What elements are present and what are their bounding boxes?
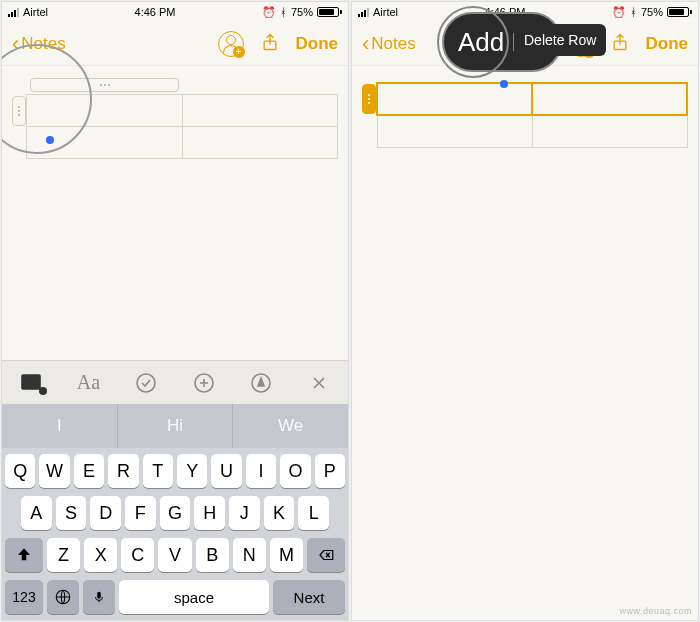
done-button[interactable]: Done bbox=[296, 34, 339, 54]
screenshot-right: Airtel 4:46 PM ⏰ ᚼ 75% ‹ Notes + Done bbox=[351, 1, 699, 621]
close-format-button[interactable] bbox=[299, 363, 339, 403]
key-h[interactable]: H bbox=[194, 496, 225, 530]
back-label: Notes bbox=[371, 34, 415, 54]
key-b[interactable]: B bbox=[196, 538, 229, 572]
format-toolbar: Aa bbox=[2, 360, 348, 404]
key-w[interactable]: W bbox=[39, 454, 69, 488]
key-u[interactable]: U bbox=[211, 454, 241, 488]
text-format-button[interactable]: Aa bbox=[68, 363, 108, 403]
predictive-suggestion[interactable]: Hi bbox=[118, 404, 234, 448]
add-attachment-button[interactable] bbox=[184, 363, 224, 403]
share-button[interactable] bbox=[610, 30, 630, 58]
row-handle[interactable] bbox=[362, 84, 376, 114]
battery-icon bbox=[667, 7, 692, 17]
context-menu-item[interactable]: Delete Row bbox=[514, 24, 606, 56]
svg-rect-6 bbox=[97, 592, 101, 599]
collaborate-button[interactable]: + bbox=[218, 31, 244, 57]
clock: 4:46 PM bbox=[135, 6, 176, 18]
key-s[interactable]: S bbox=[56, 496, 87, 530]
predictive-bar: I Hi We bbox=[2, 404, 348, 448]
key-r[interactable]: R bbox=[108, 454, 138, 488]
table-cell[interactable] bbox=[532, 115, 687, 147]
table-cell[interactable] bbox=[377, 115, 532, 147]
key-g[interactable]: G bbox=[160, 496, 191, 530]
back-button[interactable]: ‹ Notes bbox=[362, 31, 416, 57]
table-cell[interactable] bbox=[27, 95, 183, 127]
key-k[interactable]: K bbox=[264, 496, 295, 530]
globe-key[interactable] bbox=[47, 580, 79, 614]
key-e[interactable]: E bbox=[74, 454, 104, 488]
key-m[interactable]: M bbox=[270, 538, 303, 572]
keyboard: Q W E R T Y U I O P A S D F G H J K L bbox=[2, 448, 348, 620]
table-format-button[interactable] bbox=[11, 363, 51, 403]
back-button[interactable]: ‹ Notes bbox=[12, 31, 66, 57]
table-cell[interactable] bbox=[377, 83, 532, 115]
battery-icon bbox=[317, 7, 342, 17]
shift-key[interactable] bbox=[5, 538, 43, 572]
key-i[interactable]: I bbox=[246, 454, 276, 488]
checklist-button[interactable] bbox=[126, 363, 166, 403]
predictive-suggestion[interactable]: I bbox=[2, 404, 118, 448]
key-y[interactable]: Y bbox=[177, 454, 207, 488]
signal-icon bbox=[8, 8, 19, 17]
key-v[interactable]: V bbox=[158, 538, 191, 572]
key-a[interactable]: A bbox=[21, 496, 52, 530]
key-l[interactable]: L bbox=[298, 496, 329, 530]
key-t[interactable]: T bbox=[143, 454, 173, 488]
sketch-button[interactable] bbox=[241, 363, 281, 403]
note-table[interactable] bbox=[362, 82, 688, 148]
key-c[interactable]: C bbox=[121, 538, 154, 572]
key-d[interactable]: D bbox=[90, 496, 121, 530]
mode-key[interactable]: 123 bbox=[5, 580, 43, 614]
nav-bar: ‹ Notes + Done bbox=[2, 22, 348, 66]
note-content[interactable] bbox=[352, 66, 698, 446]
key-x[interactable]: X bbox=[84, 538, 117, 572]
screenshot-left: Airtel 4:46 PM ⏰ ᚼ 75% ‹ Notes + Done bbox=[1, 1, 349, 621]
selection-handle-icon[interactable] bbox=[500, 80, 508, 88]
chevron-left-icon: ‹ bbox=[12, 31, 19, 57]
back-label: Notes bbox=[21, 34, 65, 54]
watermark: www.deuaq.com bbox=[619, 606, 692, 616]
predictive-suggestion[interactable]: We bbox=[233, 404, 348, 448]
row-handle[interactable] bbox=[12, 96, 26, 126]
key-n[interactable]: N bbox=[233, 538, 266, 572]
table-cell[interactable] bbox=[182, 127, 338, 159]
bluetooth-icon: ᚼ bbox=[280, 6, 287, 18]
column-handle[interactable] bbox=[30, 78, 179, 92]
delete-row-label: Delete Row bbox=[524, 32, 596, 48]
key-p[interactable]: P bbox=[315, 454, 345, 488]
status-bar: Airtel 4:46 PM ⏰ ᚼ 75% bbox=[2, 2, 348, 22]
selection-handle-icon[interactable] bbox=[46, 136, 54, 144]
signal-icon bbox=[358, 8, 369, 17]
key-q[interactable]: Q bbox=[5, 454, 35, 488]
svg-point-2 bbox=[137, 374, 155, 392]
table-cell[interactable] bbox=[182, 95, 338, 127]
backspace-key[interactable] bbox=[307, 538, 345, 572]
next-key[interactable]: Next bbox=[273, 580, 345, 614]
carrier-label: Airtel bbox=[373, 6, 398, 18]
key-o[interactable]: O bbox=[280, 454, 310, 488]
key-f[interactable]: F bbox=[125, 496, 156, 530]
done-button[interactable]: Done bbox=[646, 34, 689, 54]
note-table[interactable] bbox=[12, 94, 338, 159]
dictation-key[interactable] bbox=[83, 580, 115, 614]
key-j[interactable]: J bbox=[229, 496, 260, 530]
chevron-left-icon: ‹ bbox=[362, 31, 369, 57]
plus-badge-icon: + bbox=[233, 46, 245, 58]
space-key[interactable]: space bbox=[119, 580, 269, 614]
alarm-icon: ⏰ bbox=[262, 6, 276, 19]
alarm-icon: ⏰ bbox=[612, 6, 626, 19]
carrier-label: Airtel bbox=[23, 6, 48, 18]
bluetooth-icon: ᚼ bbox=[630, 6, 637, 18]
key-z[interactable]: Z bbox=[47, 538, 80, 572]
share-button[interactable] bbox=[260, 30, 280, 58]
battery-percent: 75% bbox=[291, 6, 313, 18]
table-cell[interactable] bbox=[532, 83, 687, 115]
battery-percent: 75% bbox=[641, 6, 663, 18]
magnifier-annotation bbox=[437, 6, 509, 78]
